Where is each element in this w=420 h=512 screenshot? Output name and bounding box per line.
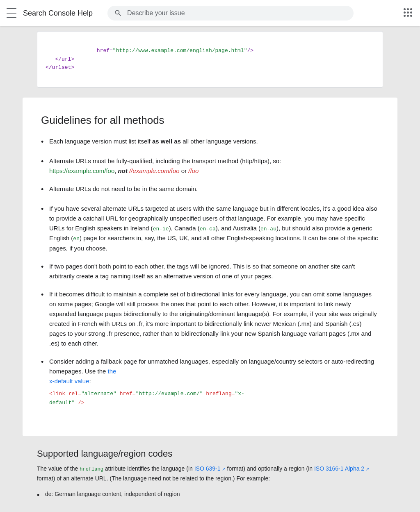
google-apps-button[interactable] (404, 8, 413, 18)
list-item: • Each language version must list itself… (41, 137, 379, 148)
list-item: • If two pages don't both point to each … (41, 262, 379, 281)
bullet-content: If it becomes difficult to maintain a co… (49, 289, 379, 348)
search-input[interactable] (127, 9, 347, 17)
bullet-content: If two pages don't both point to each ot… (49, 262, 379, 281)
bullet-dot: • (41, 136, 49, 148)
bullet-dot: • (41, 156, 49, 168)
bullet-content: Each language version must list itself a… (49, 137, 379, 146)
header: Search Console Help (0, 0, 420, 26)
bullet-dot: • (41, 261, 49, 273)
code-line-1: href="http://www.example.com/english/pag… (65, 48, 253, 54)
bullet-content: Alternate URLs do not need to be in the … (49, 184, 379, 194)
example-link-red-1[interactable]: //example.com/foo (129, 167, 180, 174)
search-bar[interactable] (107, 6, 354, 20)
bullet-content: Alternate URLs must be fully-qualified, … (49, 156, 379, 176)
code-en: en (73, 236, 80, 242)
supported-title: Supported language/region codes (37, 448, 383, 459)
list-item: • If you have several alternate URLs tar… (41, 204, 379, 254)
supported-desc: The value of the hreflang attribute iden… (37, 464, 383, 483)
x-default-link[interactable]: thex-default value (49, 368, 116, 385)
bullet-dot: • (37, 489, 45, 501)
code-line-3: </urlset> (46, 64, 74, 71)
code-en-ca: en-ca (200, 226, 216, 232)
example-link-green[interactable]: https://example.com/foo (49, 167, 114, 174)
bottom-bullet-text: de: German language content, independent… (45, 489, 180, 498)
bottom-bullet-item: • de: German language content, independe… (37, 489, 383, 501)
list-item: • Consider adding a fallback page for un… (41, 357, 379, 407)
bullet-dot: • (41, 356, 49, 368)
list-item: • If it becomes difficult to maintain a … (41, 289, 379, 348)
bullet-dot: • (41, 289, 49, 301)
bullet-content: If you have several alternate URLs targe… (49, 204, 379, 254)
guidelines-title: Guidelines for all methods (41, 114, 379, 127)
code-block-xdefault: <link rel="alternate" href="http://examp… (49, 389, 379, 407)
site-logo: Search Console Help (23, 9, 93, 18)
menu-button[interactable] (7, 8, 16, 18)
example-link-red-2[interactable]: /foo (188, 167, 199, 174)
bullet-dot: • (41, 203, 49, 215)
list-item: • Alternate URLs do not need to be in th… (41, 184, 379, 196)
iso-3166-link[interactable]: ISO 3166-1 Alpha 2 (314, 465, 369, 472)
supported-section: Supported language/region codes The valu… (0, 436, 420, 509)
bullet-dot: • (41, 184, 49, 196)
hreflang-code: hreflang (80, 466, 103, 472)
search-icon (114, 9, 122, 17)
code-en-ie: en-ie (153, 226, 169, 232)
bullet-content: Consider adding a fallback page for unma… (49, 357, 379, 407)
guidelines-card: Guidelines for all methods • Each langua… (23, 98, 397, 436)
code-line-2: </url> (46, 56, 74, 62)
page-content: href="http://www.example.com/english/pag… (0, 26, 420, 510)
code-section-top: href="http://www.example.com/english/pag… (0, 26, 420, 98)
guidelines-list: • Each language version must list itself… (41, 137, 379, 407)
code-en-au: en-au (260, 226, 276, 232)
list-item: • Alternate URLs must be fully-qualified… (41, 156, 379, 176)
iso-639-link[interactable]: ISO 639-1 (194, 465, 226, 472)
code-block-top: href="http://www.example.com/english/pag… (37, 31, 383, 88)
